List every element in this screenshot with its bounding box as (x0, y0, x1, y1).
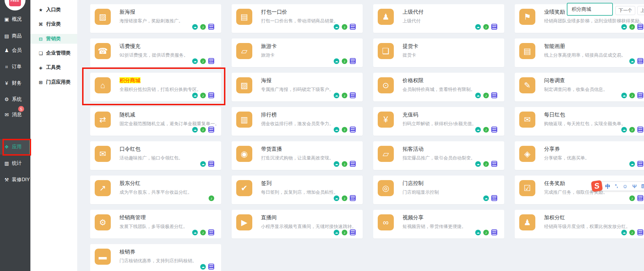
wap-icon: WAP (491, 229, 497, 235)
app-card-title: 旅游卡 (261, 43, 277, 50)
find-previous-button[interactable]: 上一个 (637, 6, 644, 15)
sidebar-item-6[interactable]: ⚙系统 (0, 92, 30, 107)
app-card-title: 新海报 (120, 9, 135, 15)
category-item-2[interactable]: ⌘行业类 (30, 19, 77, 29)
h5-icon: ♪ (209, 195, 214, 201)
app-card[interactable]: ∞视频分享短视频营销，带货传播更便捷。☁♪WAP (373, 210, 504, 238)
app-card[interactable]: ¥充值码扫码立即解锁，获得积分/余额充值。☁♪WAP (373, 107, 504, 136)
enterprise-icon: ❏ (38, 51, 43, 56)
app-card[interactable]: ⚙经销商管理发展下线团队，多等级极差分红。☁♪WAP (90, 210, 221, 238)
category-item-6[interactable]: ⊞门店应用类 (30, 77, 77, 87)
app-card[interactable]: ◈分享券分享锁客，优惠买单。☁WAP (515, 141, 644, 170)
app-card[interactable]: ↗股东分红成为平台股东，共享平台收益分红。♪ (90, 176, 221, 204)
category-item-3[interactable]: ⊟营销类 (30, 34, 77, 44)
sidebar-item-4[interactable]: ⌗订单 (0, 59, 30, 74)
app-card[interactable]: ✉口令红包活动趣味推广，输口令领红包。☁WAP (90, 141, 221, 170)
ime-keyboard-icon[interactable]: ⌨ (641, 184, 644, 189)
app-card[interactable]: ◉带货直播打造沉浸式购物，让流量高效变现。☁♪WAP (232, 141, 363, 170)
category-item-1[interactable]: ★入口类 (30, 5, 77, 15)
app-card-description: 海报链接客户，奖励刺激推广。 (120, 18, 218, 24)
sidebar-item-8[interactable]: ❖应用 (0, 139, 30, 155)
app-card-title: 随机减 (120, 112, 135, 118)
miniprogram-icon: ☁ (334, 127, 339, 133)
app-card[interactable]: ♟上级代付上级代付☁♪WAP (373, 4, 504, 33)
app-card[interactable]: ▥排行榜佣金收益排行榜，激发会员竞争力。☁♪WAP (232, 107, 363, 136)
h5-icon: ♪ (342, 230, 347, 235)
category-item-label: 行业类 (46, 21, 61, 27)
sidebar-item-5[interactable]: ¥财务 (0, 76, 30, 91)
apps-icon: ❖ (4, 144, 9, 150)
h5-icon: ♪ (342, 127, 347, 133)
app-card[interactable]: ▨海报专属推广海报，扫码锁定下级客户。☁♪WAP (232, 73, 363, 101)
miniprogram-icon: ☁ (475, 161, 481, 167)
app-card[interactable]: ▤打包一口价打包一口价出售，带动滞销商品销量。☁♪WAP (232, 4, 363, 33)
goods-icon: ▤ (4, 33, 9, 39)
app-card-title: 签到 (261, 180, 272, 187)
active-item-indicator (29, 139, 30, 155)
find-input[interactable] (567, 3, 613, 16)
ime-emoji-icon[interactable]: ☺ (622, 184, 628, 189)
app-card-icon: ▨ (236, 77, 252, 93)
app-card-description: 制定调查问卷，收集会员信息。 (544, 86, 644, 93)
platform-icons: ☁♪WAP (334, 58, 356, 64)
app-card-icon: ✔ (236, 180, 252, 196)
app-card[interactable]: ▶直播间小程序显示视频号直播间，无缝对接快速跳转。☁♪WAP (232, 210, 363, 238)
system-icon: ⚙ (4, 97, 9, 102)
app-card-title: 直播间 (261, 214, 277, 221)
miniprogram-icon: ☁ (200, 161, 206, 167)
app-card[interactable]: ▬核销券门店核销优惠券，支持到店扫码核销。☁WAP (90, 244, 221, 271)
sidebar-item-2[interactable]: ▤商品 (0, 28, 30, 44)
app-card[interactable]: ✉每日红包购物返现，每天抢红包，实现全额免单。☁♪WAP (515, 107, 644, 136)
app-card[interactable]: ❏提货卡提货卡 (373, 38, 504, 67)
star-icon: ★ (38, 7, 43, 13)
sidebar-item-1[interactable]: ▣概况 (0, 12, 30, 27)
ime-mic-icon[interactable]: Ψ (632, 184, 637, 189)
avatar[interactable]: FREE (5, 0, 26, 10)
sidebar-item-10[interactable]: ⚒装修DIY (0, 172, 30, 187)
category-item-label: 营销类 (46, 36, 61, 42)
app-card[interactable]: ⌂积分商城全额积分抵扣营销，打造积分换购专区。☁♪WAP (90, 73, 221, 101)
category-item-4[interactable]: ❏企业管理类 (30, 48, 77, 58)
app-card[interactable]: ▨新海报海报链接客户，奖励刺激推广。☁♪WAP (90, 4, 221, 33)
wap-icon: WAP (350, 92, 356, 98)
sidebar-item-7[interactable]: ✉消息5 (0, 107, 30, 122)
platform-icons: ☁WAP (629, 58, 643, 64)
app-card[interactable]: ⊙价格权限会员制特价商城，查看特价有限制。☁♪WAP (373, 73, 504, 101)
app-card[interactable]: ✎问卷调查制定调查问卷，收集会员信息。☁♪WAP (515, 73, 644, 101)
ime-punctuation-icon[interactable]: °, (615, 184, 618, 188)
marketing-icon: ⊟ (38, 36, 43, 42)
category-item-5[interactable]: ◈工具类 (30, 63, 77, 72)
app-card-title: 话费慢充 (120, 43, 140, 50)
miniprogram-icon: ☁ (334, 230, 339, 235)
category-item-label: 入口类 (46, 7, 61, 13)
sidebar-item-9[interactable]: ▥统计 (0, 156, 30, 171)
app-card[interactable]: ▤智能画册线上分享高使用率，链接商品促成交易。☁WAP (515, 38, 644, 67)
miniprogram-icon: ☁ (475, 24, 481, 30)
app-card[interactable]: ♟加权分红经销商等级月度业绩，权重比例发放分红。☁♪WAP (515, 210, 644, 238)
app-card-description: 经销商等级月度业绩，权重比例发放分红。 (544, 223, 644, 230)
app-card[interactable]: ✔签到每日签到，反复到店，增加会员粘性。☁♪WAP (232, 176, 363, 204)
wap-icon: WAP (208, 58, 214, 64)
app-card[interactable]: ▱拓客活动指定爆品推广，吸引会员自动裂变。☁♪WAP (373, 141, 504, 170)
sidebar-item-label: 概况 (12, 16, 22, 22)
miniprogram-icon: ☁ (192, 24, 198, 30)
app-card-title: 价格权限 (403, 77, 424, 84)
ime-language-toggle[interactable]: 中 (605, 184, 610, 189)
app-card[interactable]: ◎门店控制门店前端显示控制☁WAP (373, 176, 504, 204)
h5-icon: ♪ (200, 230, 206, 235)
app-card[interactable]: ☎话费慢充92折话费慢充，提供话费类服务。☁♪WAP (90, 38, 221, 67)
app-card-description: 活动趣味推广，输口令领红包。 (120, 155, 218, 161)
store-apps-icon: ⊞ (38, 80, 43, 85)
sogou-logo-icon[interactable]: S (591, 180, 603, 192)
app-card-icon: ◎ (378, 180, 394, 196)
find-next-button[interactable]: 下一个 (615, 6, 635, 15)
category-item-label: 工具类 (46, 64, 61, 71)
miniprogram-icon: ☁ (334, 195, 339, 201)
platform-icons: ☁♪WAP (475, 229, 497, 235)
app-card[interactable]: ⇄随机减固定金额范围随机立减，避免订单金额重复单一。☁♪WAP (90, 107, 221, 136)
sidebar-item-3[interactable]: ♟会员 (0, 43, 30, 58)
app-card-description: 指定爆品推广，吸引会员自动裂变。 (403, 155, 501, 161)
tools-icon: ◈ (38, 65, 43, 70)
wap-icon: WAP (637, 92, 643, 98)
app-card[interactable]: ▱旅游卡旅游卡☁♪WAP (232, 38, 363, 67)
